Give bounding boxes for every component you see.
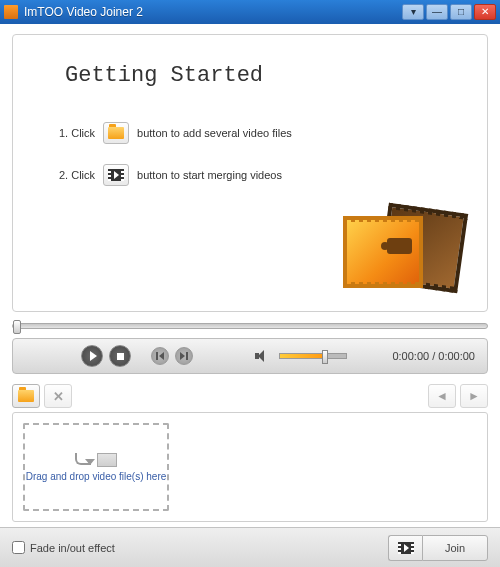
fade-effect-input[interactable] [12,541,25,554]
app-icon [4,5,18,19]
seek-bar[interactable] [12,318,488,334]
time-display: 0:00:00 / 0:00:00 [392,350,475,362]
drop-arrow-icon [75,453,95,467]
next-button[interactable] [175,347,193,365]
merge-icon-button [103,164,129,186]
close-button[interactable]: ✕ [474,4,496,20]
step-2: 2. Click button to start merging videos [59,164,457,186]
titlebar: ImTOO Video Joiner 2 ▾ — □ ✕ [0,0,500,24]
seek-thumb[interactable] [13,320,21,334]
drop-folder-icon [97,453,117,467]
chevron-right-icon: ► [468,389,480,403]
window-title: ImTOO Video Joiner 2 [24,5,402,19]
getting-started-heading: Getting Started [65,63,457,88]
filmstrip-logo [343,208,463,293]
join-button[interactable]: Join [422,535,488,561]
move-left-button[interactable]: ◄ [428,384,456,408]
add-files-icon-button [103,122,129,144]
step-1: 1. Click button to add several video fil… [59,122,457,144]
file-list-toolbar: ✕ ◄ ► [12,382,488,410]
fade-effect-checkbox[interactable]: Fade in/out effect [12,541,115,554]
getting-started-panel: Getting Started 1. Click button to add s… [12,34,488,312]
filmstrip-icon [108,169,124,181]
chevron-left-icon: ◄ [436,389,448,403]
drop-zone-label: Drag and drop video file(s) here [26,471,167,482]
step-1-suffix: button to add several video files [137,127,292,139]
join-icon-button[interactable] [388,535,422,561]
restore-down-button[interactable]: ▾ [402,4,424,20]
prev-button[interactable] [151,347,169,365]
folder-icon [108,127,124,139]
minimize-button[interactable]: — [426,4,448,20]
close-icon: ✕ [53,389,64,404]
move-right-button[interactable]: ► [460,384,488,408]
step-2-prefix: 2. Click [59,169,95,181]
folder-icon [18,390,34,402]
fade-effect-label: Fade in/out effect [30,542,115,554]
player-controls: 0:00:00 / 0:00:00 [12,338,488,374]
step-2-suffix: button to start merging videos [137,169,282,181]
maximize-button[interactable]: □ [450,4,472,20]
add-file-button[interactable] [12,384,40,408]
step-1-prefix: 1. Click [59,127,95,139]
play-button[interactable] [81,345,103,367]
filmstrip-icon [398,542,414,554]
bottom-bar: Fade in/out effect Join [0,527,500,567]
remove-file-button[interactable]: ✕ [44,384,72,408]
volume-slider[interactable] [279,353,347,359]
drop-zone[interactable]: Drag and drop video file(s) here [23,423,169,511]
volume-thumb[interactable] [322,350,328,364]
volume-icon[interactable] [255,349,269,363]
stop-button[interactable] [109,345,131,367]
file-list-panel: Drag and drop video file(s) here [12,412,488,522]
